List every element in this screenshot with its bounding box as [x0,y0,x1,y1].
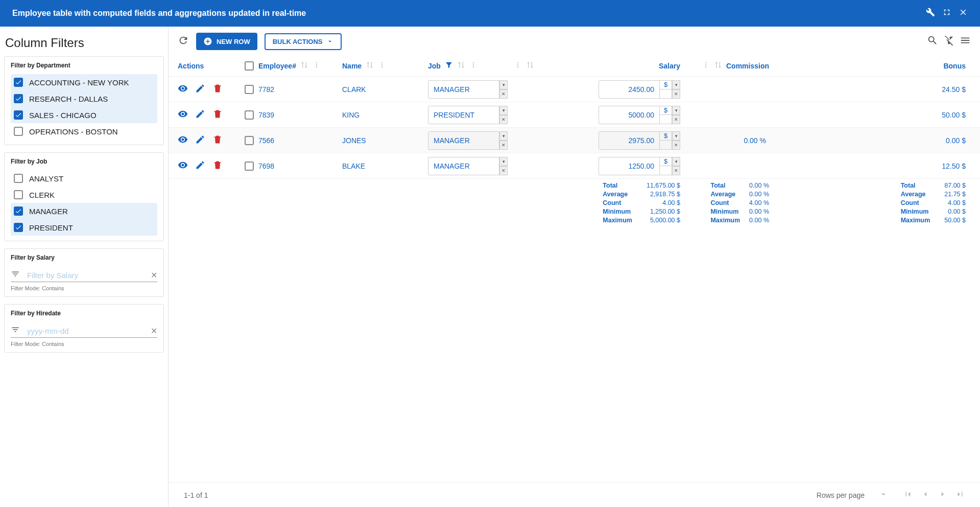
cell-employee[interactable]: 7566 [258,136,274,145]
checkbox-icon[interactable] [14,190,23,199]
clear-icon[interactable]: ✕ [672,89,680,99]
cell-name[interactable]: KING [342,111,360,119]
cell-name[interactable]: BLAKE [342,162,365,170]
clear-icon[interactable]: ✕ [151,326,157,336]
sort-icon[interactable] [300,61,308,71]
chevron-down-icon[interactable]: ▾ [672,80,680,89]
view-icon[interactable] [178,160,188,172]
bulk-actions-button[interactable]: BULK ACTIONS [265,33,342,50]
edit-icon[interactable] [195,160,205,172]
view-icon[interactable] [178,134,188,146]
column-menu-icon[interactable] [702,61,710,71]
new-row-button[interactable]: NEW ROW [196,33,257,50]
chevron-down-icon[interactable]: ▾ [499,131,508,141]
department-list[interactable]: ACCOUNTING - NEW YORKRESEARCH - DALLASSA… [11,74,157,140]
th-job[interactable]: Job [428,62,441,70]
job-list[interactable]: ANALYSTCLERKMANAGERPRESIDENT [11,170,157,236]
clear-icon[interactable]: ✕ [151,270,157,280]
checkbox-icon[interactable] [14,94,23,103]
row-checkbox[interactable] [245,136,254,145]
filter-off-icon[interactable] [943,35,954,48]
chevron-down-icon[interactable]: ▾ [499,80,508,89]
row-checkbox[interactable] [245,85,254,94]
row-checkbox[interactable] [245,110,254,120]
cell-name[interactable]: CLARK [342,85,366,94]
search-icon[interactable] [927,35,938,48]
edit-icon[interactable] [195,109,205,121]
tools-icon[interactable] [926,8,935,19]
sort-icon[interactable] [526,61,534,71]
clear-icon[interactable]: ✕ [499,166,508,175]
chevron-down-icon[interactable]: ▾ [499,157,508,166]
salary-input[interactable] [599,131,660,150]
th-employee[interactable]: Employee# [258,62,296,70]
salary-input[interactable] [599,106,660,124]
salary-input[interactable] [599,157,660,175]
clear-icon[interactable]: ✕ [672,115,680,124]
rows-per-page-select[interactable] [879,490,888,500]
column-menu-icon[interactable] [313,61,321,71]
list-item[interactable]: SALES - CHICAGO [11,107,157,123]
checkbox-icon[interactable] [14,206,23,216]
th-commission[interactable]: Commission [726,62,769,70]
cell-employee[interactable]: 7698 [258,162,274,170]
edit-icon[interactable] [195,83,205,95]
clear-icon[interactable]: ✕ [499,141,508,150]
column-menu-icon[interactable] [514,61,522,71]
cell-name[interactable]: JONES [342,136,366,145]
cell-employee[interactable]: 7839 [258,111,274,119]
list-item[interactable]: RESEARCH - DALLAS [11,90,157,107]
checkbox-icon[interactable] [14,78,23,87]
checkbox-icon[interactable] [14,223,23,232]
edit-icon[interactable] [195,134,205,146]
th-select-all[interactable] [240,61,258,71]
clear-icon[interactable]: ✕ [499,115,508,124]
chevron-down-icon[interactable]: ▾ [672,131,680,141]
funnel-icon[interactable] [445,61,453,71]
column-menu-icon[interactable] [469,61,477,71]
next-page-icon[interactable] [938,490,947,500]
cell-employee[interactable]: 7782 [258,85,274,94]
close-icon[interactable] [959,8,968,19]
chevron-down-icon[interactable]: ▾ [672,106,680,115]
delete-icon[interactable] [212,83,223,95]
chevron-down-icon[interactable]: ▾ [499,106,508,115]
prev-page-icon[interactable] [921,490,930,500]
th-salary[interactable]: Salary [659,62,680,70]
clear-icon[interactable]: ✕ [499,89,508,99]
refresh-button[interactable] [178,35,189,48]
checkbox-icon[interactable] [14,174,23,183]
list-item[interactable]: MANAGER [11,203,157,219]
delete-icon[interactable] [212,109,223,121]
th-name[interactable]: Name [342,62,362,70]
job-input[interactable] [428,157,499,175]
list-item[interactable]: ANALYST [11,170,157,187]
column-menu-icon[interactable] [378,61,386,71]
clear-icon[interactable]: ✕ [672,166,680,175]
list-item[interactable]: CLERK [11,187,157,203]
sort-icon[interactable] [366,61,374,71]
row-checkbox[interactable] [245,162,254,171]
salary-input[interactable] [599,80,660,99]
list-item[interactable]: PRESIDENT [11,219,157,236]
th-bonus[interactable]: Bonus [943,62,966,70]
checkbox-icon[interactable] [14,127,23,136]
hiredate-filter-input[interactable] [27,327,144,335]
delete-icon[interactable] [212,134,223,146]
expand-icon[interactable] [942,8,951,19]
chevron-down-icon[interactable]: ▾ [672,157,680,166]
job-input[interactable] [428,131,499,150]
menu-icon[interactable] [960,35,971,48]
checkbox-icon[interactable] [14,110,23,120]
list-item[interactable]: ACCOUNTING - NEW YORK [11,74,157,90]
first-page-icon[interactable] [903,490,913,500]
view-icon[interactable] [178,109,188,121]
clear-icon[interactable]: ✕ [672,141,680,150]
view-icon[interactable] [178,83,188,95]
sort-icon[interactable] [457,61,465,71]
job-input[interactable] [428,106,499,124]
last-page-icon[interactable] [955,490,965,500]
sort-icon[interactable] [714,61,722,71]
delete-icon[interactable] [212,160,223,172]
salary-filter-input[interactable] [27,271,144,280]
